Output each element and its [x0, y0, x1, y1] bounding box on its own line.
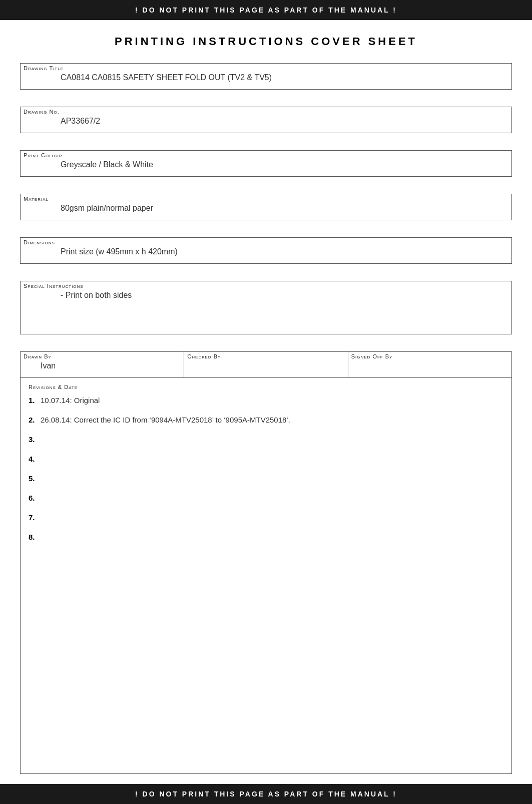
revision-text-2: 26.08.14: Correct the IC ID from ‘9094A-… [41, 416, 290, 424]
page: ! DO NOT PRINT THIS PAGE AS PART OF THE … [0, 0, 532, 804]
print-colour-value: Greyscale / Black & White [21, 158, 511, 176]
dimensions-value: Print size (w 495mm x h 420mm) [21, 245, 511, 263]
main-content: PRINTING INSTRUCTIONS COVER SHEET Drawin… [0, 20, 532, 784]
top-banner-text: ! DO NOT PRINT THIS PAGE AS PART OF THE … [135, 6, 397, 14]
signatories-row: Drawn By Ivan Checked By Signed Off By [20, 351, 512, 378]
bottom-banner: ! DO NOT PRINT THIS PAGE AS PART OF THE … [0, 784, 532, 804]
special-instructions-label: Special Instructions [21, 281, 511, 289]
special-instructions-value: - Print on both sides [21, 289, 511, 334]
revision-item-3: 3. [29, 435, 503, 444]
revision-item-8: 8. [29, 533, 503, 541]
drawing-no-value: AP33667/2 [21, 115, 511, 133]
revision-item-7: 7. [29, 513, 503, 522]
revision-number-8: 8. [29, 533, 38, 541]
drawn-by-value: Ivan [21, 359, 184, 377]
revision-number-1: 1. [29, 396, 38, 405]
revisions-section: Revisions & Date 1. 10.07.14: Original 2… [20, 378, 512, 774]
signed-off-by-cell: Signed Off By [348, 352, 511, 377]
material-label: Material [21, 194, 511, 202]
drawing-title-label: Drawing Title [21, 64, 511, 71]
revisions-label: Revisions & Date [29, 384, 503, 390]
revision-number-5: 5. [29, 474, 38, 483]
revision-item-1: 1. 10.07.14: Original [29, 396, 503, 405]
special-instructions-field: Special Instructions - Print on both sid… [20, 281, 512, 334]
revision-number-2: 2. [29, 416, 38, 424]
revision-text-1: 10.07.14: Original [41, 396, 100, 405]
print-colour-field: Print Colour Greyscale / Black & White [20, 150, 512, 177]
drawing-no-field: Drawing No. AP33667/2 [20, 107, 512, 133]
revision-number-7: 7. [29, 513, 38, 522]
print-colour-label: Print Colour [21, 151, 511, 158]
drawing-no-label: Drawing No. [21, 107, 511, 115]
top-banner: ! DO NOT PRINT THIS PAGE AS PART OF THE … [0, 0, 532, 20]
checked-by-label: Checked By [184, 352, 347, 359]
revision-item-4: 4. [29, 455, 503, 463]
signed-off-by-label: Signed Off By [348, 352, 511, 359]
checked-by-cell: Checked By [184, 352, 348, 377]
material-value: 80gsm plain/normal paper [21, 202, 511, 220]
revision-number-6: 6. [29, 494, 38, 502]
material-field: Material 80gsm plain/normal paper [20, 194, 512, 220]
revision-number-3: 3. [29, 435, 38, 444]
drawn-by-label: Drawn By [21, 352, 184, 359]
drawn-by-cell: Drawn By Ivan [21, 352, 184, 377]
page-title: PRINTING INSTRUCTIONS COVER SHEET [20, 35, 512, 48]
signed-off-by-value [348, 359, 511, 377]
drawing-title-field: Drawing Title CA0814 CA0815 SAFETY SHEET… [20, 63, 512, 90]
bottom-banner-text: ! DO NOT PRINT THIS PAGE AS PART OF THE … [135, 790, 397, 798]
dimensions-field: Dimensions Print size (w 495mm x h 420mm… [20, 237, 512, 264]
revision-item-6: 6. [29, 494, 503, 502]
revision-item-5: 5. [29, 474, 503, 483]
dimensions-label: Dimensions [21, 238, 511, 245]
revision-item-2: 2. 26.08.14: Correct the IC ID from ‘909… [29, 416, 503, 424]
revision-number-4: 4. [29, 455, 38, 463]
drawing-title-value: CA0814 CA0815 SAFETY SHEET FOLD OUT (TV2… [21, 71, 511, 89]
checked-by-value [184, 359, 347, 377]
